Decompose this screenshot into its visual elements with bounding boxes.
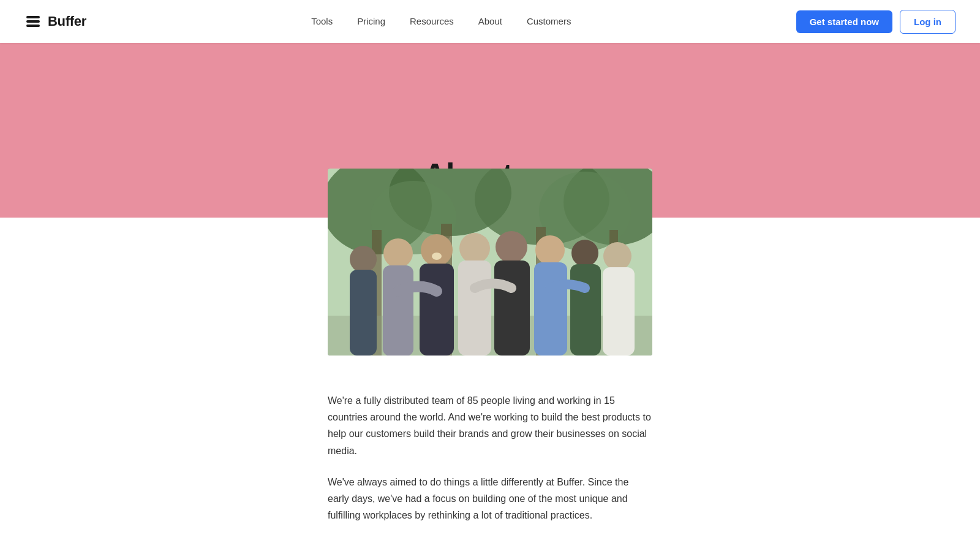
nav-link-pricing[interactable]: Pricing <box>347 11 395 31</box>
nav-link-customers[interactable]: Customers <box>517 11 581 31</box>
team-photo <box>328 169 652 356</box>
nav-link-resources[interactable]: Resources <box>400 11 464 31</box>
nav-item-pricing[interactable]: Pricing <box>347 16 395 27</box>
nav-link-about[interactable]: About <box>469 11 512 31</box>
logo[interactable]: Buffer <box>24 13 86 30</box>
buffer-logo-icon <box>24 13 42 30</box>
main-nav: Buffer Tools Pricing Resources About Cus… <box>0 0 980 43</box>
nav-link-tools[interactable]: Tools <box>301 11 342 31</box>
svg-rect-0 <box>26 16 40 18</box>
nav-item-about[interactable]: About <box>469 16 512 27</box>
svg-rect-2 <box>26 25 40 27</box>
svg-rect-1 <box>26 20 40 23</box>
description-block: We're a fully distributed team of 85 peo… <box>328 392 652 523</box>
nav-item-tools[interactable]: Tools <box>301 16 342 27</box>
team-photo-svg <box>328 169 652 356</box>
main-content: We're a fully distributed team of 85 peo… <box>0 218 980 540</box>
nav-actions: Get started now Log in <box>796 10 956 34</box>
description-paragraph-1: We're a fully distributed team of 85 peo… <box>328 392 652 459</box>
logo-text: Buffer <box>48 13 86 29</box>
svg-rect-32 <box>328 169 652 356</box>
get-started-button[interactable]: Get started now <box>796 10 892 33</box>
nav-item-resources[interactable]: Resources <box>400 16 464 27</box>
nav-links: Tools Pricing Resources About Customers <box>301 16 581 27</box>
description-paragraph-2: We've always aimed to do things a little… <box>328 474 652 524</box>
login-button[interactable]: Log in <box>900 10 956 34</box>
nav-item-customers[interactable]: Customers <box>517 16 581 27</box>
